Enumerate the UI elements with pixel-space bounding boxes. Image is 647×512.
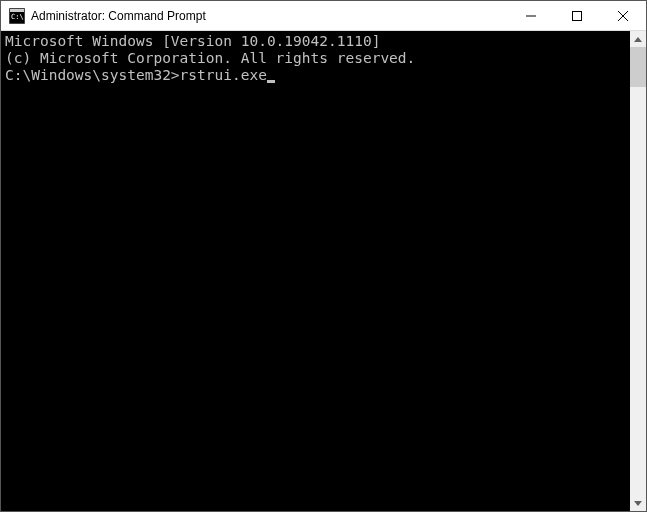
window-title: Administrator: Command Prompt	[31, 9, 508, 23]
typed-command: rstrui.exe	[180, 67, 267, 84]
svg-rect-1	[10, 9, 24, 12]
window-controls	[508, 1, 646, 30]
svg-text:C:\: C:\	[11, 13, 24, 21]
svg-marker-7	[634, 37, 642, 42]
titlebar[interactable]: C:\ Administrator: Command Prompt	[1, 1, 646, 31]
close-button[interactable]	[600, 1, 646, 30]
scroll-down-arrow-icon[interactable]	[630, 495, 646, 511]
copyright-line: (c) Microsoft Corporation. All rights re…	[5, 50, 626, 67]
scroll-thumb[interactable]	[630, 47, 646, 87]
cmd-icon: C:\	[9, 8, 25, 24]
content-area: Microsoft Windows [Version 10.0.19042.11…	[1, 31, 646, 511]
svg-marker-8	[634, 501, 642, 506]
command-prompt-window: C:\ Administrator: Command Prompt Micros…	[0, 0, 647, 512]
prompt-path: C:\Windows\system32>	[5, 67, 180, 84]
minimize-button[interactable]	[508, 1, 554, 30]
scroll-up-arrow-icon[interactable]	[630, 31, 646, 47]
maximize-button[interactable]	[554, 1, 600, 30]
prompt-line: C:\Windows\system32>rstrui.exe	[5, 67, 626, 84]
vertical-scrollbar[interactable]	[630, 31, 646, 511]
cursor	[267, 80, 275, 83]
terminal-output[interactable]: Microsoft Windows [Version 10.0.19042.11…	[1, 31, 630, 511]
svg-rect-4	[573, 11, 582, 20]
version-line: Microsoft Windows [Version 10.0.19042.11…	[5, 33, 626, 50]
